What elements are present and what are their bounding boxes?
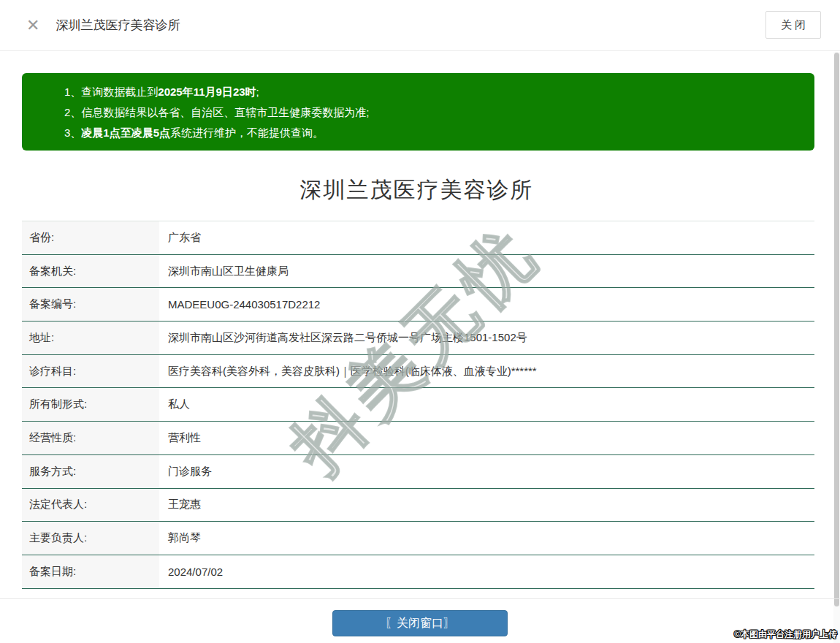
footer-area: 〖关闭窗口〗 bbox=[0, 610, 840, 636]
row-label: 诊疗科目: bbox=[22, 355, 159, 388]
row-value: 深圳市南山区卫生健康局 bbox=[159, 265, 289, 278]
table-row-filing-date: 备案日期: 2024/07/02 bbox=[22, 555, 814, 589]
row-label: 地址: bbox=[22, 322, 159, 354]
row-label: 所有制形式: bbox=[22, 388, 159, 421]
row-value: 门诊服务 bbox=[159, 465, 212, 479]
page-content: 1、查询数据截止到2025年11月9日23时; 2、信息数据结果以各省、自治区、… bbox=[0, 52, 833, 589]
table-row-filing-authority: 备案机关: 深圳市南山区卫生健康局 bbox=[22, 255, 814, 289]
table-row-ownership: 所有制形式: 私人 bbox=[22, 388, 814, 422]
table-row-province: 省份: 广东省 bbox=[22, 221, 814, 255]
modal-header: ✕ 深圳兰茂医疗美容诊所 关 闭 bbox=[0, 0, 840, 51]
row-value: 2024/07/02 bbox=[159, 566, 223, 578]
row-label: 经营性质: bbox=[22, 422, 159, 454]
row-value: 深圳市南山区沙河街道高发社区深云路二号侨城一号广场主楼1501-1502号 bbox=[159, 331, 527, 345]
close-window-button[interactable]: 〖关闭窗口〗 bbox=[332, 610, 508, 636]
row-label: 省份: bbox=[22, 221, 159, 254]
close-button[interactable]: 关 闭 bbox=[765, 11, 821, 39]
row-value: 私人 bbox=[159, 397, 190, 411]
row-value: 郭尚琴 bbox=[159, 531, 201, 545]
row-value: 广东省 bbox=[159, 231, 201, 245]
scrollbar-track[interactable] bbox=[833, 52, 840, 643]
table-row-service-mode: 服务方式: 门诊服务 bbox=[22, 455, 814, 489]
footer-divider bbox=[0, 598, 840, 599]
detail-table: 省份: 广东省 备案机关: 深圳市南山区卫生健康局 备案编号: MADEEU0G… bbox=[22, 221, 814, 589]
row-label: 备案编号: bbox=[22, 288, 159, 321]
table-row-business-nature: 经营性质: 营利性 bbox=[22, 422, 814, 455]
row-label: 备案机关: bbox=[22, 255, 159, 288]
notice-line-2: 2、信息数据结果以各省、自治区、直辖市卫生健康委数据为准; bbox=[64, 102, 800, 123]
scrollbar-thumb[interactable] bbox=[834, 53, 839, 606]
table-row-legal-representative: 法定代表人: 王宠惠 bbox=[22, 489, 814, 522]
close-x-icon[interactable]: ✕ bbox=[26, 18, 39, 34]
notice-line-1: 1、查询数据截止到2025年11月9日23时; bbox=[64, 82, 800, 102]
row-label: 主要负责人: bbox=[22, 522, 159, 555]
notice-box: 1、查询数据截止到2025年11月9日23时; 2、信息数据结果以各省、自治区、… bbox=[22, 73, 814, 151]
row-label: 服务方式: bbox=[22, 455, 159, 488]
row-value: 医疗美容科(美容外科，美容皮肤科)｜医学检验科(临床体液、血液专业)****** bbox=[159, 365, 537, 378]
page-title: 深圳兰茂医疗美容诊所 bbox=[0, 175, 833, 205]
row-label: 备案日期: bbox=[22, 555, 159, 588]
copyright-note: ©本图由平台注册用户上传 bbox=[734, 628, 837, 641]
row-value: 营利性 bbox=[159, 431, 201, 445]
row-label: 法定代表人: bbox=[22, 489, 159, 522]
modal-title: 深圳兰茂医疗美容诊所 bbox=[56, 17, 180, 34]
table-row-filing-number: 备案编号: MADEEU0G-244030517D2212 bbox=[22, 288, 814, 322]
notice-line-3: 3、凌晨1点至凌晨5点系统进行维护，不能提供查询。 bbox=[64, 123, 800, 143]
row-value: MADEEU0G-244030517D2212 bbox=[159, 298, 320, 311]
table-row-person-in-charge: 主要负责人: 郭尚琴 bbox=[22, 522, 814, 555]
row-value: 王宠惠 bbox=[159, 498, 201, 511]
table-row-departments: 诊疗科目: 医疗美容科(美容外科，美容皮肤科)｜医学检验科(临床体液、血液专业)… bbox=[22, 355, 814, 389]
table-row-address: 地址: 深圳市南山区沙河街道高发社区深云路二号侨城一号广场主楼1501-1502… bbox=[22, 322, 814, 355]
